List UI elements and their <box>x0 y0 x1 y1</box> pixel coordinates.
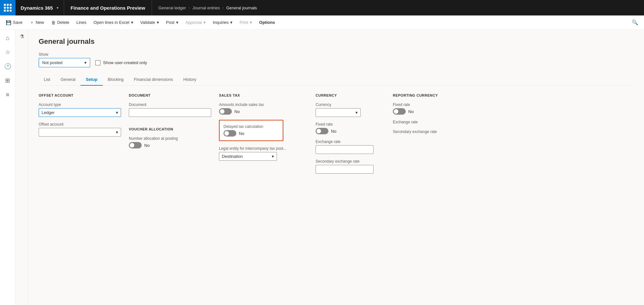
tab-general[interactable]: General <box>55 74 80 86</box>
inquiries-chevron-icon: ▾ <box>230 20 232 25</box>
sidebar-home-icon[interactable]: ⌂ <box>2 32 14 44</box>
validate-chevron-icon: ▾ <box>157 20 159 25</box>
reporting-fixed-rate-value: No <box>408 109 414 114</box>
reporting-fixed-rate-label: Fixed rate <box>393 102 626 107</box>
approval-chevron-icon: ▾ <box>204 20 206 25</box>
tab-list[interactable]: List <box>39 74 55 86</box>
save-icon: 💾 <box>6 20 11 25</box>
breadcrumb-item-2[interactable]: Journal entries <box>193 5 220 10</box>
show-user-created-row: Show user-created only <box>95 60 147 65</box>
exchange-rate-field: Exchange rate <box>316 139 385 154</box>
delayed-tax-toggle[interactable] <box>223 130 236 137</box>
currency-dropdown[interactable]: ▾ <box>316 108 361 117</box>
approval-button[interactable]: Approval ▾ <box>182 18 209 27</box>
show-user-created-checkbox[interactable] <box>95 60 100 65</box>
delayed-tax-box: Delayed tax calculation No <box>219 120 283 141</box>
open-lines-excel-button[interactable]: Open lines in Excel ▾ <box>90 18 136 27</box>
number-allocation-value: No <box>144 143 150 148</box>
lines-button[interactable]: Lines <box>73 18 90 27</box>
filter-panel: ⚗ <box>15 30 28 305</box>
brand-section[interactable]: Dynamics 365 ▾ <box>15 0 64 15</box>
sections-grid: OFFSET ACCOUNT Account type Ledger ▾ Off… <box>39 93 634 179</box>
tab-blocking[interactable]: Blocking <box>103 74 129 86</box>
number-allocation-toggle[interactable] <box>129 142 142 148</box>
breadcrumb-sep-1: › <box>189 6 190 10</box>
offset-account-field: Offset account ▾ <box>39 122 121 137</box>
breadcrumb-item-1[interactable]: General ledger <box>158 5 186 10</box>
reporting-fixed-rate-toggle-row: No <box>393 108 626 115</box>
secondary-exchange-input[interactable] <box>316 165 374 174</box>
voucher-allocation-section: VOUCHER ALLOCATION Number allocation at … <box>129 127 211 148</box>
currency-section: CURRENCY Currency ▾ Fixed rate No <box>316 93 393 179</box>
account-type-chevron: ▾ <box>116 110 118 115</box>
account-type-dropdown[interactable]: Ledger ▾ <box>39 108 121 117</box>
document-field: Document <box>129 102 211 117</box>
delayed-tax-value: No <box>239 131 244 136</box>
currency-chevron: ▾ <box>355 110 358 115</box>
post-button[interactable]: Post ▾ <box>163 18 182 27</box>
brand-chevron-icon: ▾ <box>57 6 59 10</box>
sales-tax-section: SALES TAX Amounts include sales tax No D… <box>219 93 316 179</box>
options-button[interactable]: Options <box>256 18 278 27</box>
document-title: DOCUMENT <box>129 93 211 97</box>
breadcrumb: General ledger › Journal entries › Gener… <box>152 5 263 10</box>
brand-name: Dynamics 365 <box>21 5 53 11</box>
number-allocation-label: Number allocation at posting <box>129 136 211 141</box>
print-button[interactable]: Print ▾ <box>236 18 255 27</box>
currency-fixed-rate-toggle[interactable] <box>316 128 328 134</box>
page-title: General journals <box>39 37 634 46</box>
sidebar: ⌂ ☆ 🕐 ⊞ ≡ <box>0 30 15 305</box>
document-section: DOCUMENT Document VOUCHER ALLOCATION Num… <box>129 93 219 179</box>
document-label: Document <box>129 102 211 107</box>
save-button[interactable]: 💾 Save <box>3 18 26 27</box>
reporting-secondary-exchange-field: Secondary exchange rate <box>393 129 626 134</box>
reporting-exchange-rate-label: Exchange rate <box>393 120 626 124</box>
legal-entity-field: Legal entity for intercompany tax post..… <box>219 146 308 161</box>
exchange-rate-input[interactable] <box>316 145 374 154</box>
inquiries-button[interactable]: Inquiries ▾ <box>210 18 236 27</box>
legal-entity-label: Legal entity for intercompany tax post..… <box>219 146 308 151</box>
sidebar-favorites-icon[interactable]: ☆ <box>2 46 14 58</box>
reporting-fixed-rate-toggle[interactable] <box>393 108 406 115</box>
offset-account-section: OFFSET ACCOUNT Account type Ledger ▾ Off… <box>39 93 129 179</box>
account-type-value: Ledger <box>42 110 54 115</box>
show-dropdown-chevron: ▾ <box>84 60 87 65</box>
sidebar-workspaces-icon[interactable]: ⊞ <box>2 75 14 86</box>
legal-entity-chevron: ▾ <box>272 154 274 159</box>
show-dropdown-value: Not posted <box>42 60 62 65</box>
new-button[interactable]: ＋ New <box>26 18 47 27</box>
amounts-include-toggle[interactable] <box>219 108 232 115</box>
delete-button[interactable]: 🗑 Delete <box>48 18 73 27</box>
voucher-allocation-title: VOUCHER ALLOCATION <box>129 127 211 131</box>
new-icon: ＋ <box>30 20 34 25</box>
number-allocation-field: Number allocation at posting No <box>129 136 211 148</box>
currency-fixed-rate-value: No <box>331 129 336 134</box>
tab-history[interactable]: History <box>178 74 201 86</box>
top-nav: Dynamics 365 ▾ Finance and Operations Pr… <box>0 0 644 15</box>
filter-icon[interactable]: ⚗ <box>20 33 24 305</box>
tab-setup[interactable]: Setup <box>80 74 102 86</box>
document-input[interactable] <box>129 108 211 117</box>
validate-button[interactable]: Validate ▾ <box>137 18 162 27</box>
sidebar-recent-icon[interactable]: 🕐 <box>2 61 14 72</box>
reporting-currency-title: REPORTING CURRENCY <box>393 93 626 97</box>
offset-account-dropdown[interactable]: ▾ <box>39 128 121 137</box>
sales-tax-title: SALES TAX <box>219 93 308 97</box>
currency-fixed-rate-label: Fixed rate <box>316 122 385 127</box>
tabs-container: List General Setup Blocking Financial di… <box>39 74 634 86</box>
delayed-tax-field: Delayed tax calculation No <box>223 124 279 137</box>
reporting-fixed-rate-field: Fixed rate No <box>393 102 626 115</box>
offset-account-title: OFFSET ACCOUNT <box>39 93 121 97</box>
sidebar-modules-icon[interactable]: ≡ <box>2 89 14 100</box>
show-dropdown[interactable]: Not posted ▾ <box>39 58 90 67</box>
waffle-menu[interactable] <box>0 0 15 15</box>
legal-entity-dropdown[interactable]: Destination ▾ <box>219 152 277 161</box>
show-label: Show <box>39 52 90 57</box>
toolbar: 💾 Save ＋ New 🗑 Delete Lines Open lines i… <box>0 15 644 30</box>
exchange-rate-label: Exchange rate <box>316 139 385 144</box>
number-allocation-toggle-row: No <box>129 142 211 148</box>
amounts-include-field: Amounts include sales tax No <box>219 102 308 115</box>
search-button[interactable]: 🔍 <box>629 17 641 27</box>
search-icon: 🔍 <box>632 20 638 25</box>
tab-financial-dimensions[interactable]: Financial dimensions <box>129 74 178 86</box>
